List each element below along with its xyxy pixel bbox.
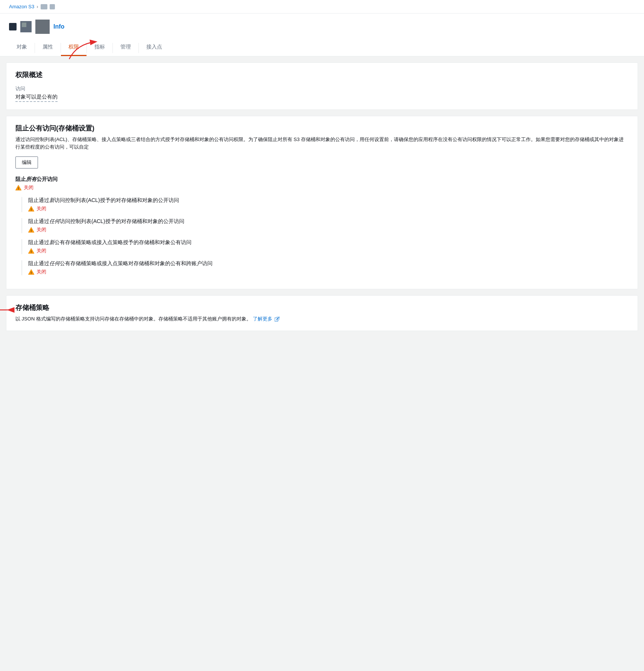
sub-item-4-status: ! 关闭 [28, 269, 629, 275]
sub-item-4-label: 阻止通过任何公有存储桶策略或接入点策略对存储桶和对象的公有和跨账户访问 [28, 260, 629, 267]
policy-title: 存储桶策略 [15, 303, 629, 312]
sub-item-1-label: 阻止通过新访问控制列表(ACL)授予的对存储桶和对象的公开访问 [28, 197, 629, 204]
svg-text:!: ! [31, 250, 32, 254]
tab-objects[interactable]: 对象 [9, 40, 35, 56]
warning-icon-all: ! [15, 185, 21, 191]
header-section: Info 对象 属性 权限 指标 管理 接入点 [0, 14, 644, 56]
svg-text:!: ! [18, 187, 19, 190]
permissions-overview-title: 权限概述 [15, 70, 629, 79]
svg-rect-5 [275, 318, 278, 321]
permissions-overview-card: 权限概述 访问 对象可以是公有的 [6, 62, 638, 110]
policy-desc: 以 JSON 格式编写的存储桶策略支持访问存储在存储桶中的对象。存储桶策略不适用… [15, 315, 629, 323]
svg-line-6 [276, 317, 279, 320]
policy-desc-text: 以 JSON 格式编写的存储桶策略支持访问存储在存储桶中的对象。存储桶策略不适用… [15, 316, 251, 322]
top-nav: Amazon S3 › [0, 0, 644, 14]
access-value: 对象可以是公有的 [15, 94, 58, 102]
svg-text:!: ! [31, 208, 32, 211]
bucket-icon-small [9, 23, 17, 30]
main-content: 权限概述 访问 对象可以是公有的 阻止公有访问(存储桶设置) 通过访问控制列表(… [0, 62, 644, 331]
tab-access-points[interactable]: 接入点 [139, 40, 170, 56]
block-all-label: 阻止所有公开访问 [15, 176, 629, 183]
bucket-icon-large [35, 20, 50, 34]
learn-more-link[interactable]: 了解更多 [253, 316, 272, 322]
breadcrumb-placeholder-1 [41, 4, 47, 9]
block-access-title: 阻止公有访问(存储桶设置) [15, 124, 629, 133]
block-all-status: ! 关闭 [15, 184, 629, 191]
sub-item-1-status-text: 关闭 [36, 205, 46, 212]
sub-item-2-label: 阻止通过任何访问控制列表(ACL)授予的对存储桶和对象的公开访问 [28, 218, 629, 225]
block-all-status-text: 关闭 [24, 184, 33, 191]
breadcrumb-separator: › [36, 4, 38, 9]
svg-text:!: ! [31, 271, 32, 275]
header-icons-row: Info [9, 20, 635, 34]
sub-item-3: 阻止通过新公有存储桶策略或接入点策略授予的存储桶和对象公有访问 ! 关闭 [21, 239, 629, 254]
tabs-row: 对象 属性 权限 指标 管理 接入点 [9, 40, 635, 56]
sub-item-4-status-text: 关闭 [36, 269, 46, 275]
policy-title-text: 存储桶策略 [15, 303, 49, 312]
external-link-icon [275, 317, 279, 322]
info-link[interactable]: Info [53, 23, 64, 30]
sub-item-2-status-text: 关闭 [36, 226, 46, 233]
breadcrumb-placeholder-2 [50, 4, 55, 9]
sub-item-4: 阻止通过任何公有存储桶策略或接入点策略对存储桶和对象的公有和跨账户访问 ! 关闭 [21, 260, 629, 275]
sub-item-3-status-text: 关闭 [36, 247, 46, 254]
edit-button[interactable]: 编辑 [15, 156, 38, 169]
access-label: 访问 [15, 85, 629, 92]
tab-metrics[interactable]: 指标 [87, 40, 112, 56]
warning-icon-4: ! [28, 269, 34, 275]
policy-title-wrapper: 存储桶策略 [15, 303, 629, 312]
warning-icon-3: ! [28, 248, 34, 254]
block-access-desc: 通过访问控制列表(ACL)、存储桶策略、接入点策略或三者结合的方式授予对存储桶和… [15, 136, 629, 150]
tab-permissions[interactable]: 权限 [61, 40, 87, 56]
warning-icon-2: ! [28, 227, 34, 233]
sub-item-1-status: ! 关闭 [28, 205, 629, 212]
bucket-policy-card: 存储桶策略 以 JSON 格式编写的存储桶策略支持访问存储在存储桶中的对象。存储… [6, 295, 638, 331]
block-public-access-card: 阻止公有访问(存储桶设置) 通过访问控制列表(ACL)、存储桶策略、接入点策略或… [6, 116, 638, 289]
tab-properties[interactable]: 属性 [35, 40, 61, 56]
bucket-icon-medium [20, 21, 32, 32]
sub-item-2: 阻止通过任何访问控制列表(ACL)授予的对存储桶和对象的公开访问 ! 关闭 [21, 218, 629, 233]
tab-management[interactable]: 管理 [113, 40, 138, 56]
sub-item-2-status: ! 关闭 [28, 226, 629, 233]
warning-icon-1: ! [28, 206, 34, 212]
breadcrumb-s3[interactable]: Amazon S3 [9, 4, 34, 9]
sub-item-1: 阻止通过新访问控制列表(ACL)授予的对存储桶和对象的公开访问 ! 关闭 [21, 197, 629, 212]
svg-text:!: ! [31, 229, 32, 232]
sub-item-3-label: 阻止通过新公有存储桶策略或接入点策略授予的存储桶和对象公有访问 [28, 239, 629, 246]
sub-item-3-status: ! 关闭 [28, 247, 629, 254]
